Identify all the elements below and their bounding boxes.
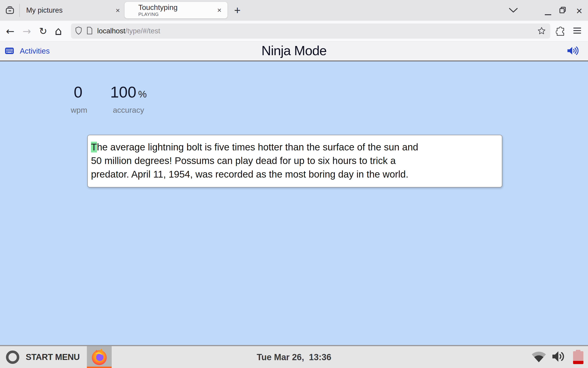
- volume-icon: [552, 360, 566, 364]
- tab-my-pictures[interactable]: My pictures ×: [20, 0, 124, 21]
- battery-level: [573, 361, 583, 364]
- back-button[interactable]: ←: [6, 25, 15, 37]
- speaker-icon: [567, 53, 579, 56]
- forward-button[interactable]: →: [23, 25, 31, 37]
- active-app-indicator: [87, 367, 112, 368]
- volume-indicator[interactable]: [552, 350, 566, 364]
- accuracy-label: accuracy: [110, 106, 147, 115]
- app-header: Activities Ninja Mode: [0, 42, 588, 61]
- list-tabs-button[interactable]: [508, 6, 519, 15]
- start-menu-label[interactable]: START MENU: [26, 352, 80, 362]
- new-tab-button[interactable]: +: [231, 4, 244, 17]
- url-host: localhost: [97, 27, 125, 35]
- shield-icon: [75, 27, 82, 36]
- wifi-indicator[interactable]: [531, 351, 546, 363]
- bookmark-button[interactable]: [537, 27, 546, 36]
- close-icon[interactable]: ×: [217, 6, 221, 14]
- start-menu-button[interactable]: [6, 350, 20, 364]
- page-info-icon[interactable]: [87, 27, 93, 36]
- firefox-view-icon: [5, 12, 15, 16]
- tab-touchtyping[interactable]: Touchtyping PLAYING ×: [124, 2, 228, 18]
- firefox-view-button[interactable]: [4, 4, 16, 16]
- activities-link[interactable]: Activities: [5, 47, 50, 55]
- minimize-button[interactable]: [541, 4, 555, 17]
- puzzle-icon: [556, 33, 565, 37]
- wpm-value: 0: [74, 83, 82, 101]
- accuracy-suffix: %: [138, 89, 147, 100]
- stats-row: 0 wpm 100% accuracy: [71, 83, 147, 115]
- page-title: Ninja Mode: [262, 43, 326, 58]
- wpm-label: wpm: [71, 106, 87, 115]
- typing-line-2: 50 million degrees! Possums can play dea…: [91, 155, 396, 166]
- current-character: T: [91, 142, 97, 153]
- tab-title: My pictures: [26, 6, 62, 15]
- keyboard-icon: [5, 47, 14, 55]
- taskbar-clock[interactable]: Tue Mar 26, 13:36: [257, 352, 331, 362]
- battery-indicator[interactable]: [573, 350, 583, 364]
- sound-toggle-button[interactable]: [567, 46, 579, 56]
- close-window-button[interactable]: ×: [573, 4, 586, 17]
- wifi-icon: [531, 360, 546, 363]
- battery-icon: [573, 351, 583, 364]
- start-circle-icon: [6, 350, 19, 364]
- navigation-bar: ← → ↻ ⌂ localhost/type/#/test: [0, 21, 588, 42]
- game-area: 0 wpm 100% accuracy The average lightnin…: [0, 62, 588, 346]
- star-icon: [537, 32, 546, 36]
- screen: My pictures × Touchtyping PLAYING × +: [0, 0, 588, 368]
- accuracy-value: 100: [110, 83, 136, 101]
- tab-title: Touchtyping: [138, 3, 178, 11]
- stat-wpm: 0 wpm: [71, 83, 87, 115]
- tab-bar: My pictures × Touchtyping PLAYING × +: [0, 0, 588, 21]
- hamburger-icon: [573, 28, 582, 34]
- taskbar: START MENU: [0, 345, 588, 368]
- tab-text: Touchtyping PLAYING: [138, 3, 178, 17]
- activities-label: Activities: [20, 47, 50, 55]
- stat-accuracy: 100% accuracy: [110, 83, 147, 115]
- chevron-down-icon: [509, 10, 518, 14]
- typing-line-3: predator. April 11, 1954, was recorded a…: [91, 169, 408, 180]
- tab-status-badge: PLAYING: [138, 11, 178, 17]
- url-text: localhost/type/#/test: [97, 27, 160, 35]
- extensions-button[interactable]: [556, 27, 565, 37]
- reload-button[interactable]: ↻: [39, 26, 47, 37]
- firefox-icon: [90, 348, 108, 367]
- typing-text-box[interactable]: The average lightning bolt is five times…: [87, 135, 502, 187]
- restore-window-button[interactable]: [556, 4, 569, 17]
- restore-icon: [559, 11, 567, 15]
- home-button[interactable]: ⌂: [55, 24, 62, 38]
- url-bar[interactable]: localhost/type/#/test: [71, 23, 550, 39]
- minimize-icon: [545, 14, 551, 15]
- app-menu-button[interactable]: [573, 28, 582, 34]
- firefox-taskbar-button[interactable]: [87, 346, 112, 368]
- typing-line-1: he average lightning bolt is five times …: [97, 142, 418, 153]
- close-icon[interactable]: ×: [115, 7, 120, 14]
- url-path: /type/#/test: [125, 27, 160, 35]
